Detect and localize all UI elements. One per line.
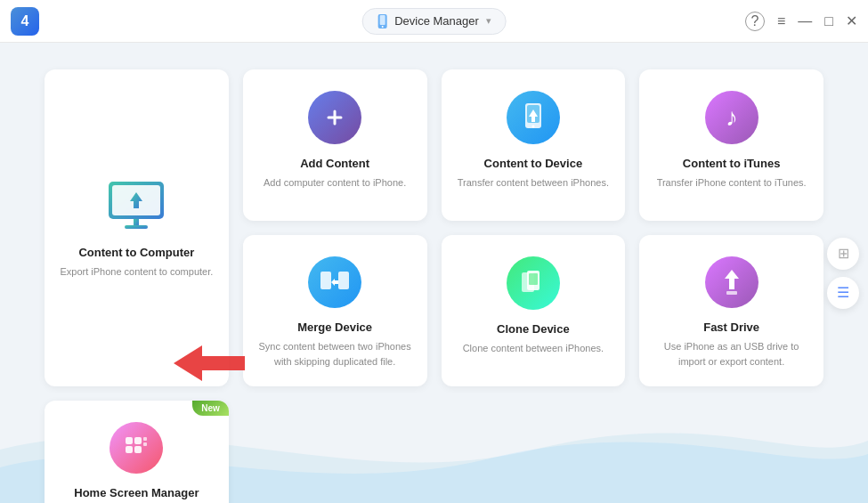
svg-rect-7 [125,225,148,229]
svg-rect-19 [529,273,538,285]
card-merge-device[interactable]: Merge Device Sync content between two iP… [243,235,427,386]
svg-rect-28 [143,442,147,446]
card-title: Content to Computer [78,246,194,259]
svg-rect-14 [320,272,331,289]
itunes-icon: ♪ [705,91,758,144]
computer-icon [105,180,167,231]
restore-button[interactable]: □ [824,13,833,29]
svg-rect-27 [143,437,147,441]
svg-marker-16 [331,279,338,286]
card-desc: Transfer content between iPhones. [458,175,609,191]
card-content-to-device[interactable]: Content to Device Transfer content betwe… [442,69,626,221]
card-title: Clone Device [497,322,570,336]
svg-point-2 [381,26,383,28]
svg-point-12 [531,126,534,128]
svg-rect-26 [134,446,142,453]
device-transfer-icon [507,91,560,144]
close-button[interactable]: ✕ [846,12,857,29]
titlebar: 4 Device Manager ▾ ? ≡ — □ ✕ [0,0,868,43]
svg-marker-29 [174,345,245,381]
svg-rect-25 [126,446,133,453]
card-home-screen-manager[interactable]: New Home Screen Manager Arrange, clean, … [45,401,229,503]
titlebar-right: ? ≡ — □ ✕ [745,12,857,31]
svg-rect-24 [134,437,142,444]
card-desc: Export iPhone content to computer. [60,264,213,280]
clone-device-icon [507,256,560,310]
card-title: Add Content [300,157,369,170]
cards-container: Content to Computer Export iPhone conten… [0,43,868,503]
device-manager-button[interactable]: Device Manager ▾ [361,8,507,35]
svg-point-20 [532,287,534,288]
add-content-icon [308,91,361,144]
card-desc: Use iPhone as an USB drive to import or … [653,339,809,369]
svg-rect-22 [726,291,737,295]
card-title: Fast Drive [703,320,759,334]
card-clone-device[interactable]: Clone Device Clone content between iPhon… [442,235,626,386]
grid-view-button[interactable]: ⊞ [827,238,859,270]
minimize-button[interactable]: — [798,13,812,29]
card-desc: Add computer content to iPhone. [264,175,406,191]
svg-rect-23 [126,437,133,444]
card-title: Home Screen Manager [74,486,199,499]
merge-device-icon [308,256,361,308]
titlebar-left: 4 [11,7,39,36]
arrow-indicator [174,337,245,390]
svg-rect-15 [338,272,349,289]
menu-button[interactable]: ≡ [777,13,785,29]
phone-icon [377,14,387,28]
card-desc: Clone content between iPhones. [463,341,604,356]
card-title: Merge Device [297,320,372,334]
card-add-content[interactable]: Add Content Add computer content to iPho… [243,69,427,221]
help-button[interactable]: ? [745,12,765,31]
card-fast-drive[interactable]: Fast Drive Use iPhone as an USB drive to… [639,235,823,386]
fast-drive-icon [705,256,758,308]
titlebar-center: Device Manager ▾ [361,8,507,35]
home-screen-icon [110,422,163,474]
app-logo: 4 [11,7,39,36]
card-desc: Sync content between two iPhones with sk… [257,339,413,369]
svg-marker-21 [725,270,739,289]
new-badge: New [192,401,229,416]
list-view-button[interactable]: ☰ [827,277,859,309]
svg-rect-6 [134,219,139,226]
side-panel: ⊞ ☰ [827,238,859,309]
card-title: Content to Device [484,157,583,170]
main-content: Content to Computer Export iPhone conten… [0,43,868,503]
card-desc: Transfer iPhone content to iTunes. [657,175,807,191]
card-title: Content to iTunes [683,157,781,170]
svg-rect-1 [379,15,385,25]
card-content-to-itunes[interactable]: ♪ Content to iTunes Transfer iPhone cont… [639,69,823,221]
